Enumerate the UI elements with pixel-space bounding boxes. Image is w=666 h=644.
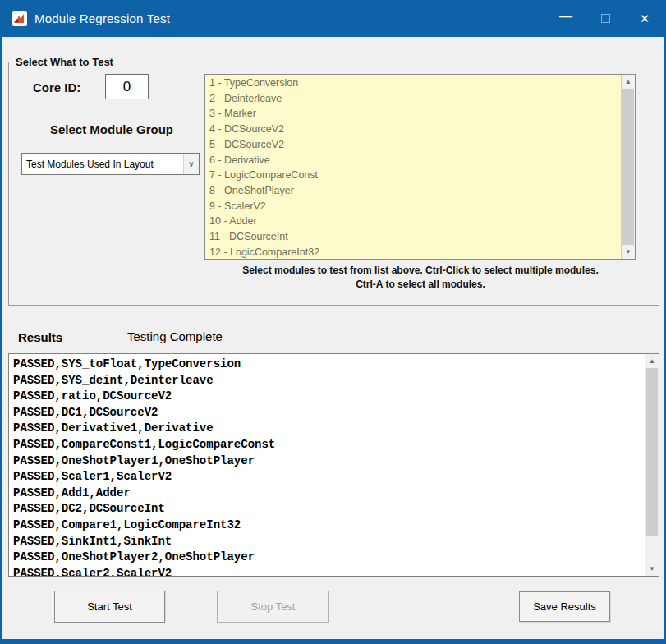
result-line[interactable]: PASSED,DC2,DCSourceInt — [13, 501, 644, 518]
close-icon: ✕ — [640, 12, 650, 26]
result-line[interactable]: PASSED,Compare1,LogicCompareInt32 — [13, 518, 644, 534]
module-list-item[interactable]: 1 - TypeConversion — [209, 76, 620, 91]
module-listbox[interactable]: 1 - TypeConversion2 - Deinterleave3 - Ma… — [204, 74, 636, 260]
module-list-item[interactable]: 11 - DCSourceInt — [209, 229, 620, 245]
maximize-icon — [601, 14, 610, 23]
minimize-icon: — — [559, 9, 572, 24]
close-button[interactable]: ✕ — [625, 0, 664, 37]
module-list-item[interactable]: 5 - DCSourceV2 — [209, 137, 620, 153]
module-group-dropdown[interactable]: Test Modules Used In Layout ∨ — [21, 153, 200, 175]
module-group-label: Select Module Group — [21, 122, 202, 136]
result-line[interactable]: PASSED,OneShotPlayer1,OneShotPlayer — [13, 453, 644, 470]
scroll-down-arrow-icon[interactable]: ▼ — [645, 562, 659, 576]
module-list-scrollbar[interactable]: ▲ ▼ — [621, 75, 635, 259]
minimize-button[interactable]: — — [546, 0, 586, 37]
client-area: Select What to Test Core ID: Select Modu… — [2, 37, 664, 639]
results-status-text: Testing Complete — [127, 329, 223, 343]
scrollbar-thumb[interactable] — [646, 368, 658, 536]
module-list-item[interactable]: 7 - LogicCompareConst — [209, 168, 620, 183]
titlebar[interactable]: Module Regression Test — ✕ — [2, 0, 664, 37]
scroll-up-arrow-icon[interactable]: ▲ — [645, 354, 659, 368]
module-list-item[interactable]: 8 - OneShotPlayer — [209, 183, 620, 199]
result-line[interactable]: PASSED,ratio,DCSourceV2 — [13, 389, 644, 405]
maximize-button[interactable] — [586, 0, 625, 37]
module-list-item[interactable]: 2 - Deinterleave — [209, 91, 620, 107]
module-help-line-1: Select modules to test from list above. … — [199, 264, 642, 276]
matlab-app-icon[interactable] — [12, 12, 27, 26]
result-line[interactable]: PASSED,OneShotPlayer2,OneShotPlayer — [13, 550, 644, 566]
module-list-item[interactable]: 4 - DCSourceV2 — [209, 122, 620, 137]
window-controls: — ✕ — [546, 0, 664, 37]
result-line[interactable]: PASSED,Scaler1,ScalerV2 — [13, 469, 644, 485]
results-list: PASSED,SYS_toFloat,TypeConversionPASSED,… — [9, 356, 644, 576]
module-list-item[interactable]: 10 - Adder — [209, 214, 620, 229]
scroll-down-arrow-icon[interactable]: ▼ — [622, 245, 635, 259]
result-line[interactable]: PASSED,Scaler2,ScalerV2 — [13, 566, 644, 576]
result-line[interactable]: PASSED,SYS_toFloat,TypeConversion — [13, 356, 644, 373]
result-line[interactable]: PASSED,Derivative1,Derivative — [13, 421, 644, 437]
start-test-button[interactable]: Start Test — [54, 591, 165, 623]
module-list: 1 - TypeConversion2 - Deinterleave3 - Ma… — [205, 76, 620, 259]
module-list-item[interactable]: 6 - Derivative — [209, 153, 620, 168]
save-results-button[interactable]: Save Results — [519, 591, 610, 622]
window-title: Module Regression Test — [34, 12, 170, 25]
core-id-input[interactable] — [105, 74, 149, 99]
core-id-label: Core ID: — [33, 80, 80, 94]
module-list-item[interactable]: 12 - LogicCompareInt32 — [209, 245, 620, 260]
scroll-up-arrow-icon[interactable]: ▲ — [622, 75, 635, 89]
group-legend: Select What to Test — [12, 56, 117, 68]
result-line[interactable]: PASSED,CompareConst1,LogicCompareConst — [13, 437, 644, 453]
chevron-down-icon: ∨ — [183, 154, 199, 174]
module-regression-test-window: Module Regression Test — ✕ Select What t… — [0, 0, 666, 644]
results-scrollbar[interactable]: ▲ ▼ — [645, 354, 659, 576]
results-label: Results — [18, 330, 62, 344]
module-group-selected-value: Test Modules Used In Layout — [22, 159, 183, 170]
result-line[interactable]: PASSED,SYS_deint,Deinterleave — [13, 373, 644, 389]
module-list-item[interactable]: 3 - Marker — [209, 106, 620, 122]
results-listbox[interactable]: PASSED,SYS_toFloat,TypeConversionPASSED,… — [8, 353, 659, 577]
result-line[interactable]: PASSED,Add1,Adder — [13, 485, 644, 502]
scrollbar-thumb[interactable] — [622, 89, 634, 245]
module-help-line-2: Ctrl-A to select all modules. — [199, 278, 642, 290]
module-list-item[interactable]: 9 - ScalerV2 — [209, 199, 620, 214]
result-line[interactable]: PASSED,SinkInt1,SinkInt — [13, 534, 644, 550]
stop-test-button: Stop Test — [217, 591, 329, 623]
result-line[interactable]: PASSED,DC1,DCSourceV2 — [13, 405, 644, 421]
